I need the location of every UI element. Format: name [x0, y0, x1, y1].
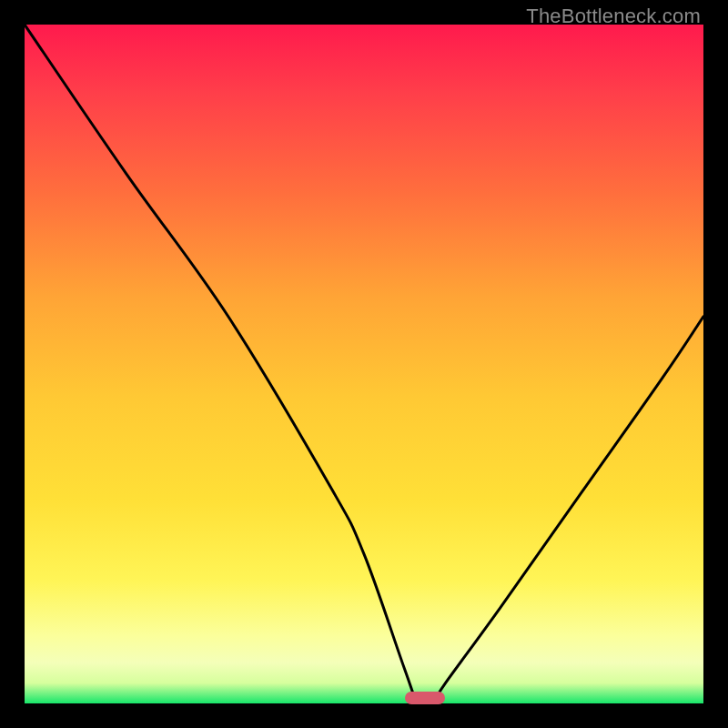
chart-frame: TheBottleneck.com	[0, 0, 728, 728]
plot-area	[25, 25, 703, 703]
optimal-marker	[405, 692, 445, 704]
curve-layer	[25, 25, 703, 703]
bottleneck-curve	[25, 25, 703, 703]
